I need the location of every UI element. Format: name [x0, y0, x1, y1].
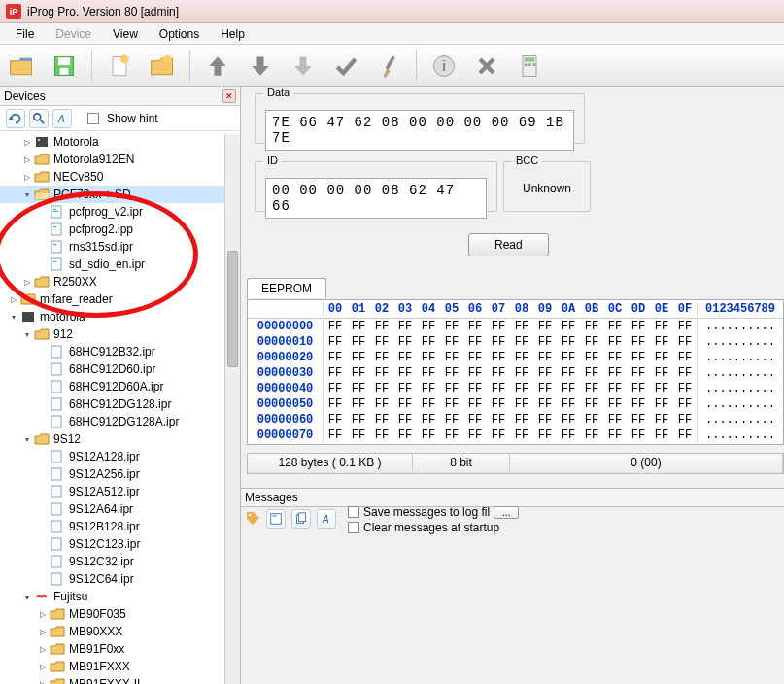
- open-button[interactable]: [4, 49, 39, 84]
- svg-rect-11: [525, 63, 528, 66]
- info-button[interactable]: i: [426, 49, 461, 84]
- tree-item[interactable]: motorola: [40, 310, 85, 324]
- tree-item[interactable]: MB91FXXX-II: [69, 677, 140, 684]
- window-title: iProg Pro. Version 80 [admin]: [27, 5, 179, 18]
- scroll-down-button[interactable]: [286, 49, 321, 84]
- tree-item[interactable]: 68HC912DG128A.ipr: [69, 415, 179, 428]
- svg-rect-38: [51, 521, 61, 532]
- menu-file[interactable]: File: [6, 25, 44, 43]
- tab-eeprom[interactable]: EEPROM: [247, 278, 326, 298]
- chip-icon: [34, 135, 50, 149]
- svg-rect-10: [525, 57, 535, 61]
- down-arrow-button[interactable]: [243, 49, 278, 84]
- svg-point-18: [38, 139, 40, 141]
- tag-icon[interactable]: [245, 510, 260, 529]
- file-icon: [50, 380, 65, 393]
- tree-item[interactable]: 9S12: [53, 432, 81, 446]
- tree-item[interactable]: mifare_reader: [40, 292, 113, 306]
- file-icon: [50, 520, 65, 533]
- copy-icon[interactable]: [291, 509, 311, 529]
- save-button[interactable]: [47, 49, 82, 84]
- tree-item[interactable]: 68HC912D60A.ipr: [69, 380, 163, 393]
- tree-item[interactable]: Fujitsu: [53, 590, 87, 603]
- read-button[interactable]: Read: [468, 233, 549, 256]
- tree-item[interactable]: 9S12A512.ipr: [69, 485, 140, 498]
- svg-rect-23: [53, 226, 56, 227]
- tree-item[interactable]: 912: [53, 327, 73, 341]
- log-path-button[interactable]: ...: [494, 506, 519, 519]
- status-width: 8 bit: [413, 454, 510, 473]
- svg-rect-44: [273, 516, 277, 517]
- tree-item[interactable]: PCF79xx + SD: [53, 188, 131, 201]
- tree-item[interactable]: pcfprog_v2.ipr: [69, 205, 143, 219]
- save-log-icon[interactable]: [266, 509, 286, 529]
- file-icon: [50, 502, 65, 516]
- tree-item[interactable]: 68HC912D60.ipr: [69, 362, 155, 376]
- tree-item[interactable]: MB90XXX: [69, 625, 122, 638]
- calculator-button[interactable]: [512, 49, 547, 84]
- folder-icon: [34, 432, 50, 446]
- show-hint-checkbox[interactable]: [87, 113, 99, 124]
- file-icon: [50, 537, 65, 551]
- file-icon: [50, 222, 65, 236]
- svg-rect-46: [298, 513, 305, 522]
- tree-item[interactable]: Motorola912EN: [53, 153, 134, 166]
- tree-item[interactable]: NECv850: [53, 170, 103, 184]
- folder-button[interactable]: [145, 49, 180, 84]
- svg-rect-21: [53, 211, 58, 212]
- tree-item[interactable]: 68HC912DG128.ipr: [69, 397, 171, 411]
- close-button[interactable]: [469, 49, 504, 84]
- new-button[interactable]: [102, 49, 137, 84]
- data-value[interactable]: 7E 66 47 62 08 00 00 00 00 69 1B 7E: [265, 110, 574, 151]
- refresh-icon[interactable]: [6, 109, 25, 128]
- tree-item[interactable]: pcfprog2.ipp: [69, 222, 133, 236]
- tree-item[interactable]: 9S12C128.ipr: [69, 537, 140, 551]
- file-icon: [50, 205, 65, 219]
- svg-rect-36: [51, 486, 61, 497]
- tree-item[interactable]: 9S12A128.ipr: [69, 450, 140, 463]
- tree-item[interactable]: R250XX: [53, 275, 97, 289]
- tree-item[interactable]: 9S12A64.ipr: [69, 502, 133, 516]
- tree-item[interactable]: rns315sd.ipr: [69, 240, 133, 254]
- tree-item[interactable]: MB91F0xx: [69, 642, 124, 656]
- menu-bar: File Device View Options Help: [0, 23, 784, 45]
- devices-close-button[interactable]: ✕: [222, 89, 236, 103]
- file-icon: [50, 572, 65, 586]
- up-arrow-button[interactable]: [200, 49, 235, 84]
- save-log-checkbox[interactable]: [348, 506, 359, 518]
- tree-item[interactable]: 9S12C32.ipr: [69, 555, 134, 568]
- search-icon[interactable]: [29, 109, 49, 128]
- svg-point-5: [163, 54, 172, 63]
- tree-item[interactable]: MB91FXXX: [69, 660, 130, 673]
- hex-editor[interactable]: 000102030405060708090A0B0C0D0E0F01234567…: [247, 299, 784, 445]
- content-pane: Data 7E 66 47 62 08 00 00 00 00 69 1B 7E…: [241, 87, 784, 684]
- device-tree[interactable]: ▷Motorola ▷Motorola912EN ▷NECv850 ▾PCF79…: [0, 131, 240, 684]
- menu-view[interactable]: View: [103, 25, 148, 43]
- tree-item[interactable]: 9S12C64.ipr: [69, 572, 134, 586]
- menu-help[interactable]: Help: [211, 25, 255, 43]
- tree-item[interactable]: 9S12A256.ipr: [69, 467, 140, 481]
- tree-item[interactable]: 9S12B128.ipr: [69, 520, 140, 533]
- svg-rect-41: [51, 573, 61, 585]
- tree-item[interactable]: Motorola: [53, 135, 99, 149]
- link-icon: [34, 590, 50, 603]
- file-icon: [50, 397, 65, 411]
- svg-point-4: [120, 54, 129, 63]
- tree-item[interactable]: sd_sdio_en.ipr: [69, 257, 145, 271]
- check-button[interactable]: [328, 49, 363, 84]
- clear-startup-checkbox[interactable]: [348, 522, 359, 533]
- tree-item[interactable]: 68HC912B32.ipr: [69, 345, 155, 359]
- svg-rect-25: [53, 244, 56, 245]
- app-icon: iP: [6, 4, 21, 19]
- font-icon[interactable]: A: [317, 509, 336, 529]
- tree-scrollbar[interactable]: [224, 134, 240, 684]
- menu-options[interactable]: Options: [150, 25, 209, 43]
- font-icon[interactable]: A: [52, 109, 72, 128]
- svg-rect-43: [271, 514, 282, 525]
- menu-device[interactable]: Device: [46, 25, 101, 43]
- id-value[interactable]: 00 00 00 00 08 62 47 66: [265, 178, 487, 219]
- svg-rect-37: [51, 503, 61, 515]
- svg-rect-2: [60, 67, 69, 74]
- tree-item[interactable]: MB90F035: [69, 607, 126, 621]
- brush-button[interactable]: [371, 49, 406, 84]
